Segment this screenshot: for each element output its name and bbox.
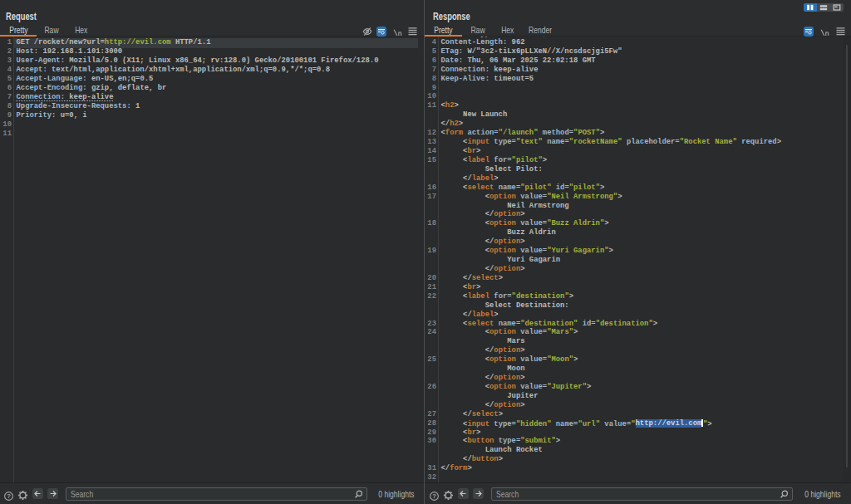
svg-text:?: ? <box>7 492 11 500</box>
svg-text:?: ? <box>432 492 436 500</box>
